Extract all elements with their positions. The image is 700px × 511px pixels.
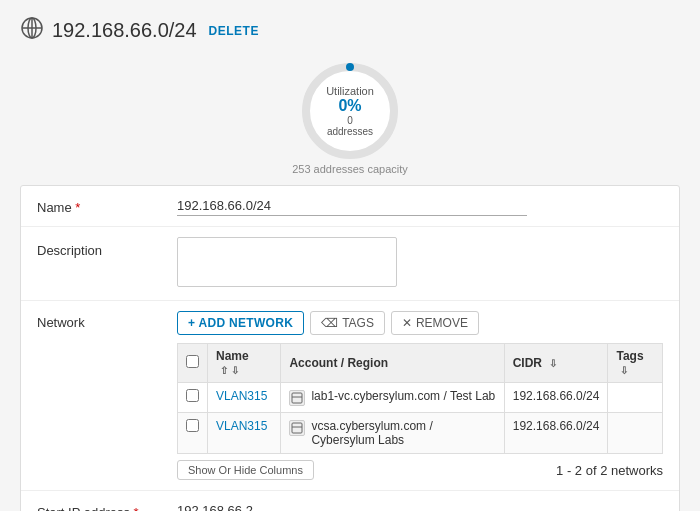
table-footer: Show Or Hide Columns 1 - 2 of 2 networks <box>177 460 663 480</box>
row-name-link[interactable]: VLAN315 <box>216 419 267 433</box>
description-textarea[interactable] <box>177 237 397 287</box>
network-row: Network + ADD NETWORK ⌫ TAGS ✕ REMOVE <box>21 301 679 491</box>
row-account-text: lab1-vc.cybersylum.com / Test Lab <box>311 389 495 403</box>
table-row: VLAN315 vcsa.cybersylum.com / Cybersylum… <box>178 413 663 454</box>
th-name: Name ⇧ ⇩ <box>208 344 281 383</box>
th-checkbox <box>178 344 208 383</box>
name-label: Name * <box>37 196 177 215</box>
tags-button[interactable]: ⌫ TAGS <box>310 311 385 335</box>
utilization-percent: 0% <box>325 97 375 115</box>
description-row: Description <box>21 227 679 301</box>
start-ip-value-cell <box>177 501 663 511</box>
name-required-star: * <box>75 200 80 215</box>
tags-sort-icons[interactable]: ⇩ <box>620 365 628 376</box>
add-network-button[interactable]: + ADD NETWORK <box>177 311 304 335</box>
row-cidr-cell: 192.168.66.0/24 <box>504 413 608 454</box>
network-globe-icon <box>20 16 44 45</box>
remove-icon: ✕ <box>402 316 412 330</box>
utilization-card: Utilization 0% 0 addresses 253 addresses… <box>20 61 680 175</box>
remove-button[interactable]: ✕ REMOVE <box>391 311 479 335</box>
row-account-text: vcsa.cybersylum.com / Cybersylum Labs <box>311 419 495 447</box>
start-ip-input[interactable] <box>177 501 527 511</box>
row-name-cell: VLAN315 <box>208 383 281 413</box>
row-account-cell: vcsa.cybersylum.com / Cybersylum Labs <box>281 413 504 454</box>
page-title: 192.168.66.0/24 <box>52 19 197 42</box>
name-input[interactable] <box>177 196 527 216</box>
table-row: VLAN315 lab1-vc.cybersylum.com / Test La… <box>178 383 663 413</box>
vcenter-icon <box>289 390 305 406</box>
utilization-text: Utilization 0% 0 addresses <box>325 85 375 137</box>
row-checkbox-cell <box>178 413 208 454</box>
network-label: Network <box>37 311 177 330</box>
row-checkbox-0[interactable] <box>186 389 199 402</box>
th-tags: Tags ⇩ <box>608 344 663 383</box>
start-ip-label: Start IP address * <box>37 501 177 511</box>
row-tags-cell <box>608 413 663 454</box>
row-account-cell: lab1-vc.cybersylum.com / Test Lab <box>281 383 504 413</box>
table-count: 1 - 2 of 2 networks <box>556 463 663 478</box>
row-checkbox-1[interactable] <box>186 419 199 432</box>
th-account: Account / Region <box>281 344 504 383</box>
network-controls-cell: + ADD NETWORK ⌫ TAGS ✕ REMOVE <box>177 311 663 480</box>
tag-icon: ⌫ <box>321 316 338 330</box>
network-table: Name ⇧ ⇩ Account / Region CIDR ⇩ <box>177 343 663 454</box>
delete-button[interactable]: DELETE <box>209 24 259 38</box>
row-cidr-cell: 192.168.66.0/24 <box>504 383 608 413</box>
name-row: Name * <box>21 186 679 227</box>
select-all-checkbox[interactable] <box>186 355 199 368</box>
row-name-link[interactable]: VLAN315 <box>216 389 267 403</box>
name-value-cell <box>177 196 663 216</box>
svg-rect-6 <box>292 393 302 403</box>
row-tags-cell <box>608 383 663 413</box>
utilization-addresses: 0 addresses <box>325 115 375 137</box>
description-label: Description <box>37 237 177 258</box>
description-value-cell <box>177 237 663 290</box>
name-sort-icons[interactable]: ⇧ ⇩ <box>220 365 239 376</box>
svg-rect-8 <box>292 423 302 433</box>
row-name-cell: VLAN315 <box>208 413 281 454</box>
row-checkbox-cell <box>178 383 208 413</box>
show-columns-button[interactable]: Show Or Hide Columns <box>177 460 314 480</box>
th-cidr: CIDR ⇩ <box>504 344 608 383</box>
form-section: Name * Description Network + ADD NETWORK <box>20 185 680 511</box>
cidr-sort-icons[interactable]: ⇩ <box>549 358 557 369</box>
utilization-capacity: 253 addresses capacity <box>292 163 408 175</box>
network-controls: + ADD NETWORK ⌫ TAGS ✕ REMOVE <box>177 311 663 335</box>
start-ip-row: Start IP address * <box>21 491 679 511</box>
page-title-group: 192.168.66.0/24 <box>20 16 197 45</box>
start-ip-required: * <box>134 505 139 511</box>
page-header: 192.168.66.0/24 DELETE <box>20 16 680 45</box>
table-header-row: Name ⇧ ⇩ Account / Region CIDR ⇩ <box>178 344 663 383</box>
utilization-label: Utilization <box>325 85 375 97</box>
vcenter-icon <box>289 420 305 436</box>
